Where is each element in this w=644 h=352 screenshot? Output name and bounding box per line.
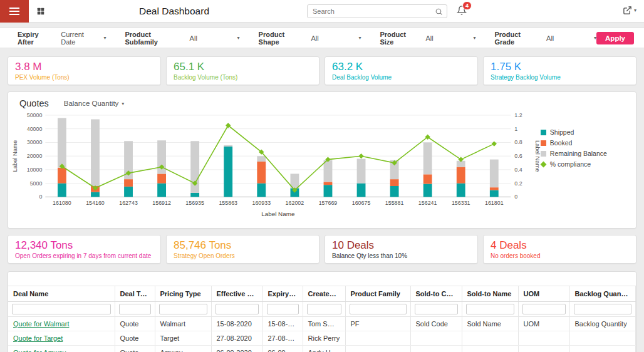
table-cell [345,331,410,346]
deals-table: Deal NameDeal TypePricing TypeEffective … [8,286,636,352]
column-filter-input[interactable] [267,304,299,314]
svg-text:30000: 30000 [27,139,43,145]
column-filter-input[interactable] [119,304,151,314]
deal-link[interactable]: Quote for Amway [13,349,66,352]
kpi-label: Balance Qty less than 10% [332,252,470,259]
filter-label: Product Shape [259,31,306,46]
svg-text:162743: 162743 [119,200,138,206]
kpi-row-top: 3.8 MPEX Volume (Tons)65.1 KBacklog Volu… [8,56,636,85]
column-filter-input[interactable] [159,304,207,314]
table-cell: Walmart [155,317,211,331]
column-header[interactable]: Backlog Quantity [569,286,636,302]
filter-dropdown[interactable]: All▾ [311,34,361,42]
column-header[interactable]: Sold-to Name [462,286,518,302]
column-header[interactable]: Pricing Type [155,286,211,302]
table-cell [462,346,518,352]
notification-badge: 4 [462,1,472,10]
column-header[interactable]: Deal Type [115,286,155,302]
legend-item[interactable]: Remaining Balance [541,148,633,159]
kpi-value: 63.2 K [332,60,470,73]
deals-table-card: Deal NameDeal TypePricing TypeEffective … [8,271,636,352]
table-cell [410,331,462,346]
table-cell [569,331,636,346]
table-cell: Tom Smith [303,317,345,331]
filter-dropdown[interactable]: All▾ [546,34,596,42]
column-filter-input[interactable] [466,304,514,314]
column-header[interactable]: Sold-to Code [410,286,462,302]
column-header[interactable]: Deal Name [8,286,115,302]
column-filter-input[interactable] [216,304,259,314]
kpi-label: Strategy Open Orders [174,252,312,259]
export-button[interactable]: ▾ [623,6,636,15]
svg-text:155863: 155863 [219,200,237,206]
svg-text:1.2: 1.2 [514,112,522,118]
search-box [307,4,447,18]
filter-value: Current Date [61,31,100,46]
filter-bar: Expiry AfterCurrent Date▾Product Subfami… [0,28,644,48]
table-cell: 27-08-2022 [262,331,303,346]
table-cell: Amway [155,346,211,352]
column-filter-input[interactable] [350,304,407,314]
column-filter-input[interactable] [415,304,458,314]
kpi-value: 65.1 K [174,60,312,73]
column-filter-input[interactable] [522,304,566,314]
search-icon[interactable] [435,8,447,16]
quotes-card: Quotes Balance Quantity ▾ 05000100002000… [8,91,636,229]
legend-item[interactable]: Booked [541,138,633,148]
page-title: Deal Dashboard [139,0,209,23]
kpi-card[interactable]: 12,340 TonsOpen Orders expiring in 7 day… [8,235,161,264]
legend-item[interactable]: Shipped [541,127,633,138]
filter-value: All [190,34,197,42]
column-header[interactable]: Effective Date [211,286,262,302]
kpi-card[interactable]: 1.75 KStrategy Backlog Volume [483,56,636,85]
column-header[interactable]: Created By [303,286,345,302]
kpi-card[interactable]: 4 DealsNo orders booked [483,235,636,264]
filter-dropdown[interactable]: Current Date▾ [61,31,106,46]
kpi-value: 12,340 Tons [15,239,153,252]
metric-dropdown[interactable]: Balance Quantity ▾ [64,100,125,107]
svg-text:0: 0 [39,194,42,200]
table-cell: 06-09-2020 [211,346,262,352]
metric-value: Balance Quantity [64,100,119,107]
kpi-card[interactable]: 10 DealsBalance Qty less than 10% [325,235,478,264]
kpi-card[interactable]: 63.2 KDeal Backlog Volume [325,56,478,85]
table-cell: 27-08-2020 [211,331,262,346]
notification-bell-icon[interactable]: 4 [457,5,467,16]
apps-icon[interactable] [36,7,45,16]
table-cell: 06-09-2023 [262,346,303,352]
legend-label: Shipped [550,127,574,138]
svg-text:1: 1 [514,126,517,132]
kpi-label: Strategy Backlog Volume [491,74,629,81]
table-cell: UOM [518,317,569,331]
column-filter-input[interactable] [12,304,111,314]
filter-dropdown[interactable]: All▾ [425,34,475,42]
column-filter-input[interactable] [574,304,632,314]
legend-item[interactable]: % compliance [541,159,633,170]
kpi-card[interactable]: 65.1 KBacklog Volume (Tons) [166,56,319,85]
chevron-down-icon: ▾ [634,8,636,13]
column-header[interactable]: Product Family [345,286,410,302]
svg-text:161801: 161801 [485,200,504,206]
table-cell [518,331,569,346]
deal-link[interactable]: Quote for Walmart [13,320,69,328]
filter-group: Product ShapeAll▾ [259,31,361,46]
apply-button[interactable]: Apply [596,32,634,44]
hamburger-menu-button[interactable] [0,0,29,23]
search-input[interactable] [308,8,435,15]
deal-link[interactable]: Quote for Target [13,334,63,342]
legend-swatch-icon [541,151,546,157]
quotes-chart: 05000100002000030000400005000000.20.40.6… [11,110,541,221]
column-header[interactable]: Expiry Date [262,286,303,302]
svg-text:162002: 162002 [286,200,304,206]
filter-label: Product Size [380,31,420,46]
filter-dropdown[interactable]: All▾ [190,34,240,42]
table-cell [345,346,410,352]
column-header[interactable]: UOM [518,286,569,302]
column-filter-input[interactable] [307,304,341,314]
table-cell: Quote [115,317,155,331]
svg-text:50000: 50000 [27,112,43,118]
kpi-card[interactable]: 3.8 MPEX Volume (Tons) [8,56,161,85]
kpi-card[interactable]: 85,746 TonsStrategy Open Orders [166,235,319,264]
filter-group: Product SizeAll▾ [380,31,475,46]
chevron-down-icon: ▾ [473,35,475,41]
